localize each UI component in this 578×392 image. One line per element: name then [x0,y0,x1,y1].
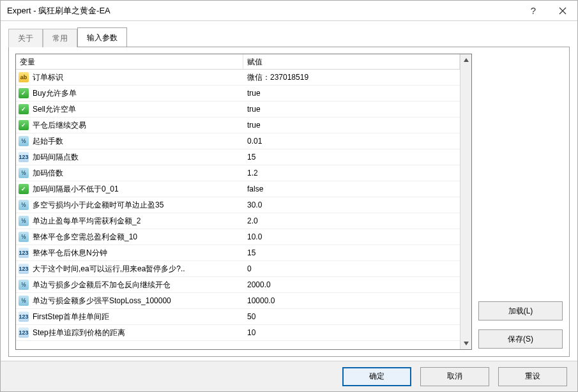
table-row[interactable]: ½多空亏损均小于此金额时可单边止盈3530.0 [16,197,460,213]
tab-common[interactable]: 常用 [43,29,77,47]
scroll-track[interactable] [460,66,471,338]
v2-type-icon: ½ [19,232,29,242]
parameter-name: 订单标识 [33,72,63,83]
parameter-value[interactable]: 10 [243,328,460,337]
table-row[interactable]: 123FirstStep首单挂单间距50 [16,309,460,325]
v2-type-icon: ½ [19,280,29,290]
v2-type-icon: ½ [19,168,29,178]
v2-type-icon: ½ [19,216,29,226]
table-row[interactable]: ½单边亏损金额多少强平StopLoss_10000010000.0 [16,293,460,309]
parameter-value[interactable]: 微信：237018519 [243,72,460,83]
v2-type-icon: ½ [19,136,29,146]
help-button[interactable]: ? [519,1,548,21]
table-row[interactable]: 123Step挂单追踪到价格的距离10 [16,325,460,341]
parameter-value[interactable]: 10.0 [243,232,460,241]
window-title: Expert - 疯狂刷单之黄金-EA [7,5,519,17]
parameter-name: 单边止盈每单平均需获利金额_2 [33,216,141,227]
123-type-icon: 123 [19,264,29,274]
parameter-value[interactable]: true [243,89,460,98]
123-type-icon: 123 [19,248,29,258]
table-row[interactable]: ✓Buy允许多单true [16,86,460,102]
parameter-value[interactable]: 30.0 [243,200,460,209]
tab-about[interactable]: 关于 [8,29,43,47]
table-row[interactable]: 123大于这个时间,ea可以运行,用来ea暂停多少?..0 [16,261,460,277]
parameter-name: 大于这个时间,ea可以运行,用来ea暂停多少?.. [33,264,185,275]
table-row[interactable]: ab订单标识微信：237018519 [16,70,460,86]
dialog-footer: 确定 取消 重设 [1,361,577,391]
v2-type-icon: ½ [19,200,29,210]
parameter-value[interactable]: false [243,185,460,193]
table-row[interactable]: ½单边亏损多少金额后不加仓反向继续开仓2000.0 [16,277,460,293]
parameter-value[interactable]: 15 [243,248,460,257]
parameter-value[interactable]: 2000.0 [243,280,460,289]
content-area: 关于 常用 输入参数 变量 赋值 ab订单标识微信：237018519✓Buy允… [1,21,577,361]
tf-type-icon: ✓ [19,120,29,130]
table-row[interactable]: ✓平仓后继续交易true [16,117,460,133]
tabs: 关于 常用 输入参数 [8,29,570,47]
close-button[interactable] [548,1,577,21]
table-row[interactable]: ½单边止盈每单平均需获利金额_22.0 [16,213,460,229]
parameter-name: FirstStep首单挂单间距 [33,312,109,322]
parameter-value[interactable]: 15 [243,153,460,162]
parameter-value[interactable]: true [243,121,460,130]
table-row[interactable]: 123加码间隔点数15 [16,149,460,165]
v2-type-icon: ½ [19,296,29,306]
parameter-name: 加码间隔点数 [33,152,79,163]
ok-button[interactable]: 确定 [342,367,411,386]
cancel-button[interactable]: 取消 [420,367,489,386]
scroll-down-icon[interactable] [460,338,471,349]
parameter-value[interactable]: true [243,105,460,114]
parameter-name: 起始手数 [33,136,63,147]
parameter-name: 平仓后继续交易 [33,120,86,131]
inputs-pane: 变量 赋值 ab订单标识微信：237018519✓Buy允许多单true✓Sel… [8,47,570,357]
titlebar: Expert - 疯狂刷单之黄金-EA ? [1,1,577,21]
tf-type-icon: ✓ [19,104,29,114]
table-row[interactable]: 123整体平仓后休息N分钟15 [16,245,460,261]
parameter-listview[interactable]: 变量 赋值 ab订单标识微信：237018519✓Buy允许多单true✓Sel… [15,54,472,350]
tab-inputs[interactable]: 输入参数 [77,27,127,47]
table-row[interactable]: ½整体平仓多空需总盈利金额_1010.0 [16,229,460,245]
parameter-value[interactable]: 1.2 [243,169,460,177]
table-row[interactable]: ½加码倍数1.2 [16,165,460,181]
save-button[interactable]: 保存(S) [478,329,563,349]
parameter-name: 多空亏损均小于此金额时可单边止盈35 [33,200,164,211]
vertical-scrollbar[interactable] [460,54,471,349]
123-type-icon: 123 [19,312,29,322]
column-header-value[interactable]: 赋值 [243,54,460,69]
parameter-value[interactable]: 50 [243,312,460,321]
parameter-value[interactable]: 10000.0 [243,296,460,305]
ab-type-icon: ab [19,72,29,82]
parameter-value[interactable]: 0.01 [243,137,460,146]
parameter-name: Buy允许多单 [33,88,77,99]
tf-type-icon: ✓ [19,184,29,194]
listview-body: ab订单标识微信：237018519✓Buy允许多单true✓Sell允许空单t… [16,70,460,349]
parameter-name: Sell允许空单 [33,104,76,115]
parameter-name: Step挂单追踪到价格的距离 [33,328,125,338]
table-row[interactable]: ✓Sell允许空单true [16,102,460,117]
parameter-name: 单边亏损金额多少强平StopLoss_100000 [33,296,171,306]
parameter-value[interactable]: 0 [243,264,460,273]
parameter-name: 整体平仓多空需总盈利金额_10 [33,232,137,243]
parameter-name: 加码间隔最小不低于0_01 [33,184,119,195]
table-row[interactable]: ✓加码间隔最小不低于0_01false [16,181,460,197]
parameter-value[interactable]: 2.0 [243,216,460,225]
parameter-name: 加码倍数 [33,168,63,179]
123-type-icon: 123 [19,328,29,338]
scroll-up-icon[interactable] [460,54,471,66]
expert-window: Expert - 疯狂刷单之黄金-EA ? 关于 常用 输入参数 变量 赋值 a… [0,0,578,392]
side-buttons: 加载(L) 保存(S) [478,54,563,350]
load-button[interactable]: 加载(L) [478,301,563,320]
column-header-name[interactable]: 变量 [16,54,243,69]
tf-type-icon: ✓ [19,88,29,98]
listview-header: 变量 赋值 [16,54,460,70]
parameter-name: 整体平仓后休息N分钟 [33,248,107,259]
123-type-icon: 123 [19,152,29,162]
parameter-name: 单边亏损多少金额后不加仓反向继续开仓 [33,280,171,290]
close-icon [559,7,567,15]
reset-button[interactable]: 重设 [498,367,567,386]
table-row[interactable]: ½起始手数0.01 [16,133,460,149]
